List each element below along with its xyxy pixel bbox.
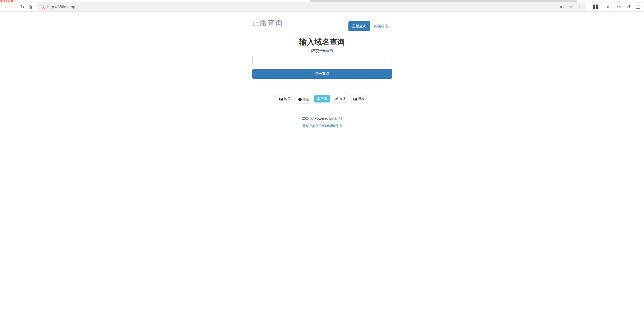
feedback-button[interactable]: 反馈: [333, 95, 348, 102]
home-icon-glyph: [28, 5, 33, 10]
nav-pills: 正版查询 购买程序: [348, 21, 392, 31]
url-text: http://886ds.top: [47, 5, 557, 9]
login-account-badge[interactable]: 登录账号: [1, 0, 13, 2]
browser-toolbar: ← → ↻ http://886ds.top ☆ ⋯: [0, 2, 644, 12]
credit-card-icon: [353, 98, 357, 100]
buy-button[interactable]: 购买: [277, 95, 293, 103]
tab-genuine-query[interactable]: 正版查询: [348, 21, 370, 31]
query-heading: 输入域名查询: [252, 38, 392, 46]
domain-input[interactable]: [252, 56, 392, 64]
page-header: 正版查询 正版查询 购买程序: [252, 18, 392, 33]
credit-card-icon: [279, 98, 283, 100]
info-icon: i: [298, 98, 302, 101]
browser-tab-strip: 登录账号: [0, 0, 644, 2]
content-container: 正版查询 正版查询 购买程序 输入域名查询 (不要带http://) 点击查询 …: [252, 12, 392, 128]
query-submit-button[interactable]: 点击查询: [252, 69, 392, 79]
help-button[interactable]: i 帮助: [296, 96, 311, 103]
author-link[interactable]: 浪子!: [334, 116, 342, 120]
feedback-button-label: 反馈: [339, 96, 346, 101]
bookmark-star-icon[interactable]: ☆: [568, 4, 574, 10]
copyright-text: 2024 © Powered by: [302, 116, 334, 120]
icp-line: 鲁ICP备2022006358号-5: [252, 124, 392, 128]
action-button-row: 购买 i 帮助 客服: [252, 95, 392, 103]
pencil-icon: [335, 97, 338, 100]
menu-hamburger-icon[interactable]: [634, 3, 642, 11]
customer-service-button[interactable]: 客服: [314, 95, 330, 102]
reading-list-icon[interactable]: [605, 3, 613, 11]
screenshot-scissors-icon[interactable]: ✂: [615, 3, 623, 11]
page-viewport: 正版查询 正版查询 购买程序 输入域名查询 (不要带http://) 点击查询 …: [0, 12, 644, 332]
buy-button-label: 购买: [284, 97, 291, 101]
toolbar-right-icons: ✂ ↺: [590, 3, 642, 11]
tab-buy-program[interactable]: 购买程序: [370, 21, 392, 31]
refresh-icon[interactable]: ↻: [18, 3, 26, 11]
authorize-button-label: 授权: [358, 97, 365, 101]
more-options-icon[interactable]: ⋯: [576, 4, 583, 10]
authorize-button[interactable]: 授权: [351, 95, 367, 103]
query-note: (不要带http://): [252, 49, 392, 53]
customer-service-label: 客服: [321, 96, 327, 101]
page-title: 正版查询: [252, 18, 283, 28]
page-footer: 2024 © Powered by 浪子! 鲁ICP备2022006358号-5: [252, 116, 392, 128]
back-icon[interactable]: ←: [2, 3, 10, 11]
user-icon: [317, 97, 320, 100]
home-icon[interactable]: [26, 3, 34, 11]
toolbar-divider: [602, 4, 602, 10]
security-shield-icon[interactable]: [40, 5, 45, 9]
inactive-tab-strip: [310, 0, 577, 2]
help-button-label: 帮助: [302, 97, 309, 102]
url-bar[interactable]: http://886ds.top ☆ ⋯: [37, 3, 586, 11]
copyright-line: 2024 © Powered by 浪子!: [252, 116, 392, 121]
forward-icon[interactable]: →: [10, 3, 18, 11]
section-divider: [252, 90, 392, 90]
icp-link[interactable]: 鲁ICP备2022006358号-5: [302, 124, 342, 128]
apps-grid-glyph: [593, 5, 598, 9]
apps-grid-icon[interactable]: [591, 3, 599, 11]
password-key-icon[interactable]: [559, 4, 566, 10]
undo-history-icon[interactable]: ↺: [624, 3, 632, 11]
